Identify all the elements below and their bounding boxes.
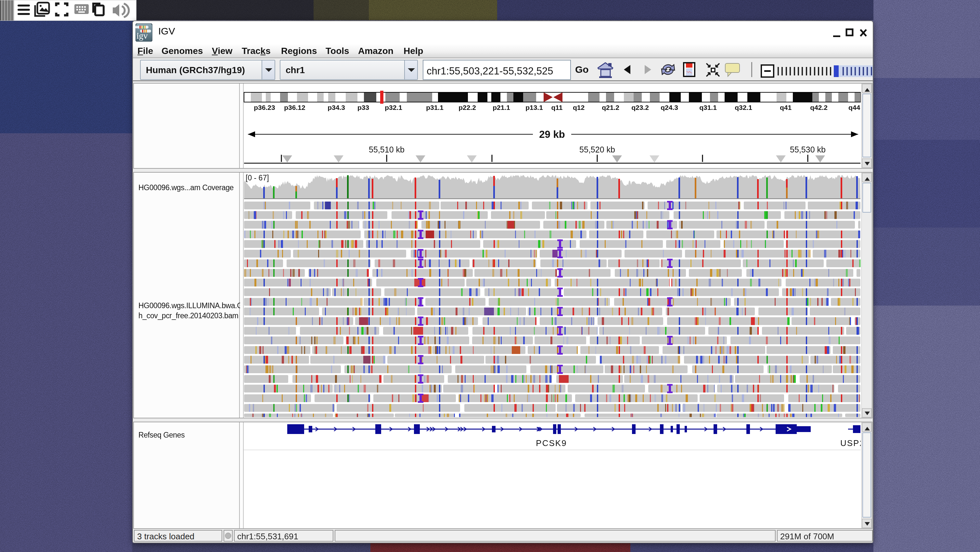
svg-text:igv: igv <box>137 31 148 41</box>
svg-text:p36.12: p36.12 <box>284 104 305 111</box>
svg-text:p21.1: p21.1 <box>493 104 510 111</box>
svg-text:q23.2: q23.2 <box>632 104 649 111</box>
svg-text:PCSK9: PCSK9 <box>536 438 567 448</box>
svg-text:q41: q41 <box>780 104 792 111</box>
svg-text:55,520 kb: 55,520 kb <box>579 145 615 154</box>
svg-text:USP24: USP24 <box>840 438 861 448</box>
svg-text:p36.23: p36.23 <box>254 104 275 111</box>
svg-text:p32.1: p32.1 <box>385 104 402 111</box>
svg-text:q32.1: q32.1 <box>735 104 752 111</box>
svg-text:q11: q11 <box>551 104 562 111</box>
svg-text:p13.1: p13.1 <box>525 104 543 111</box>
svg-text:p34.3: p34.3 <box>328 104 345 111</box>
svg-text:p22.2: p22.2 <box>458 104 476 111</box>
svg-text:p31.1: p31.1 <box>426 104 444 111</box>
svg-text:q44: q44 <box>848 104 861 111</box>
svg-text:p33: p33 <box>358 104 369 111</box>
svg-text:q31.1: q31.1 <box>699 104 717 111</box>
svg-text:q42.2: q42.2 <box>810 104 827 111</box>
svg-text:q21.2: q21.2 <box>602 104 619 111</box>
svg-text:q24.3: q24.3 <box>660 104 678 111</box>
svg-text:55,530 kb: 55,530 kb <box>790 145 826 154</box>
svg-text:q12: q12 <box>573 104 585 111</box>
svg-text:55,510 kb: 55,510 kb <box>369 145 404 154</box>
svg-text:29 kb: 29 kb <box>539 129 565 140</box>
